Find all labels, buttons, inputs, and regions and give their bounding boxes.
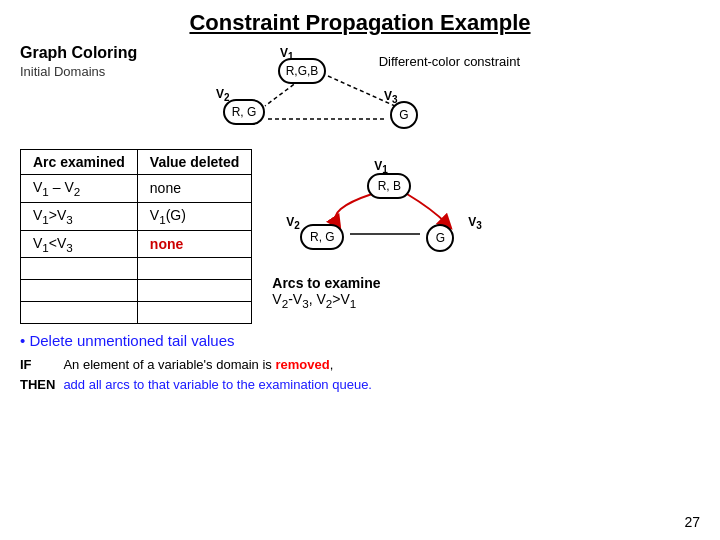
top-v3-node: G <box>390 101 418 129</box>
table-row: V1 – V2 none <box>21 175 252 203</box>
page-title: Constraint Propagation Example <box>20 10 700 36</box>
top-v3-domain: G <box>399 108 408 122</box>
arc-cell: V1 – V2 <box>21 175 138 203</box>
arc-cell: V1>V3 <box>21 202 138 230</box>
page: Constraint Propagation Example Graph Col… <box>0 0 720 540</box>
if-then-text: An element of a variable's domain is rem… <box>63 355 372 394</box>
top-v1-domain: R,G,B <box>286 64 319 78</box>
right-v2-domain: R, G <box>310 230 335 244</box>
constraint-label: Different-color constraint <box>379 54 520 69</box>
col2-header: Value deleted <box>137 150 251 175</box>
initial-domains-label: Initial Domains <box>20 64 160 79</box>
right-v2-label: V2 <box>286 215 300 231</box>
arcs-to-examine-values: V2-V3, V2>V1 <box>272 291 700 310</box>
right-v2-node: R, G <box>300 224 344 250</box>
right-v1-domain: R, B <box>378 179 401 193</box>
arc-cell: V1<V3 <box>21 230 138 258</box>
table-area: Arc examined Value deleted V1 – V2 none … <box>20 149 252 324</box>
then-label: THEN <box>20 375 55 395</box>
page-number: 27 <box>684 514 700 530</box>
table-row-empty <box>21 258 252 280</box>
top-v2-node: R, G <box>223 99 265 125</box>
value-cell: V1(G) <box>137 202 251 230</box>
table-row: V1>V3 V1(G) <box>21 202 252 230</box>
col1-header: Arc examined <box>21 150 138 175</box>
arc-table: Arc examined Value deleted V1 – V2 none … <box>20 149 252 324</box>
table-row-empty <box>21 280 252 302</box>
then-line: add all arcs to that variable to the exa… <box>63 375 372 395</box>
top-section: Graph Coloring Initial Domains V1 R,G,B … <box>20 44 700 139</box>
value-cell: none <box>137 175 251 203</box>
right-v3-node: G <box>426 224 454 252</box>
middle-section: Arc examined Value deleted V1 – V2 none … <box>20 149 700 324</box>
right-v1-node: R, B <box>367 173 411 199</box>
top-v1-node: R,G,B <box>278 58 326 84</box>
table-row-empty <box>21 302 252 324</box>
right-v3-label: V3 <box>468 215 482 231</box>
if-then-section: IF THEN An element of a variable's domai… <box>20 355 700 394</box>
if-then-labels: IF THEN <box>20 355 55 394</box>
right-v3-domain: G <box>436 231 445 245</box>
top-v2-domain: R, G <box>232 105 257 119</box>
graph-label-area: Graph Coloring Initial Domains <box>20 44 160 79</box>
if-line: An element of a variable's domain is rem… <box>63 355 372 375</box>
right-area: V1 R, B V2 R, G V3 G Arcs to examine V2-… <box>272 149 700 310</box>
removed-text: removed <box>275 357 329 372</box>
graph-coloring-label: Graph Coloring <box>20 44 160 62</box>
top-graph-diagram: V1 R,G,B V2 R, G V3 G Different-color co… <box>160 44 520 139</box>
bottom-graph: V1 R, B V2 R, G V3 G <box>272 159 532 269</box>
table-row: V1<V3 none <box>21 230 252 258</box>
bullet-line: • Delete unmentioned tail values <box>20 332 700 349</box>
if-label: IF <box>20 355 55 375</box>
arcs-to-examine-label: Arcs to examine <box>272 275 700 291</box>
value-cell-highlighted: none <box>137 230 251 258</box>
